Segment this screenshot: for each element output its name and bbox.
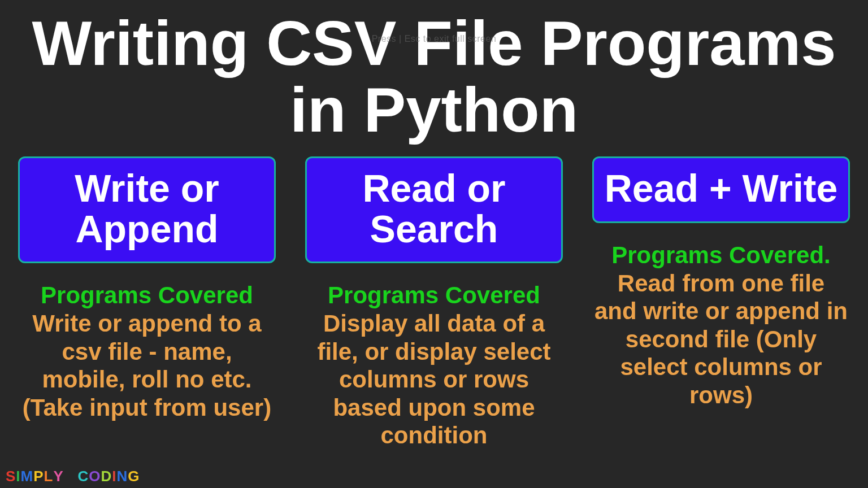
desc-write-append: Write or append to a csv file - name, mo… [18, 310, 276, 421]
card-read-search: Read or Search [305, 156, 563, 263]
column-read-search: Read or Search Programs Covered Display … [305, 156, 563, 450]
logo-letter: M [21, 469, 34, 483]
logo-space [68, 469, 73, 483]
logo-letter: G [128, 469, 140, 483]
logo-letter: D [101, 469, 112, 483]
column-write-append: Write or Append Programs Covered Write o… [18, 156, 276, 450]
logo-letter: L [44, 469, 54, 483]
column-read-write: Read + Write Programs Covered. Read from… [592, 156, 850, 450]
slide: Press | Esc to exit full screen Writing … [0, 0, 868, 488]
logo-letter: S [6, 469, 16, 483]
desc-read-write: Read from one file and write or append i… [592, 269, 850, 409]
logo-letter: I [112, 469, 116, 483]
subhead-write-append: Programs Covered [41, 282, 253, 308]
logo-letter: Y [53, 469, 63, 483]
logo-letter: O [89, 469, 101, 483]
logo-letter: C [78, 469, 89, 483]
slide-title: Writing CSV File Programs in Python [0, 0, 868, 149]
columns-container: Write or Append Programs Covered Write o… [0, 149, 868, 450]
logo-letter: I [16, 469, 20, 483]
logo-letter: N [117, 469, 128, 483]
logo-letter: P [33, 469, 44, 483]
card-read-write: Read + Write [592, 156, 850, 223]
subhead-read-write: Programs Covered. [611, 242, 830, 268]
desc-read-search: Display all data of a file, or display s… [305, 310, 563, 450]
brand-logo: SIMPLY CODING [6, 469, 140, 483]
subhead-read-search: Programs Covered [328, 282, 540, 308]
card-write-append: Write or Append [18, 156, 276, 263]
